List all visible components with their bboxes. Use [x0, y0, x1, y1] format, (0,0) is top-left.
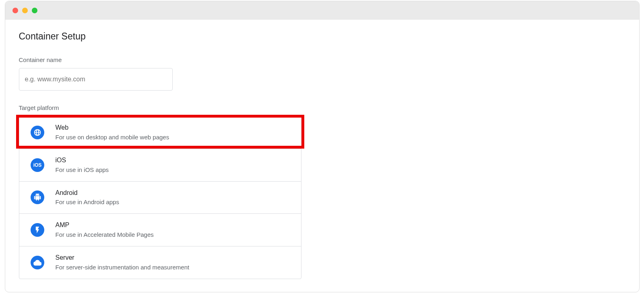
target-platform-label: Target platform	[19, 104, 625, 111]
platform-description: For use on desktop and mobile web pages	[56, 133, 169, 141]
bolt-icon	[31, 223, 44, 237]
window-titlebar	[5, 1, 639, 20]
platform-title: Android	[56, 189, 119, 197]
platform-title: AMP	[56, 221, 154, 230]
platform-description: For use in iOS apps	[56, 166, 109, 174]
platform-description: For use in Accelerated Mobile Pages	[56, 230, 154, 239]
platform-title: Web	[56, 124, 169, 132]
platform-title: Server	[56, 254, 190, 262]
page-title: Container Setup	[19, 31, 625, 42]
app-window: Container Setup Container name Target pl…	[5, 1, 640, 292]
platform-option-android[interactable]: Android For use in Android apps	[19, 182, 301, 214]
container-name-label: Container name	[19, 56, 625, 63]
platform-title: iOS	[56, 156, 109, 165]
content-area: Container Setup Container name Target pl…	[5, 20, 639, 290]
android-icon	[31, 190, 44, 204]
cloud-icon	[31, 256, 44, 269]
platform-list: Web For use on desktop and mobile web pa…	[19, 116, 301, 279]
svg-text:iOS: iOS	[33, 162, 41, 168]
platform-option-ios[interactable]: iOS iOS For use in iOS apps	[19, 149, 301, 182]
container-name-input[interactable]	[19, 68, 173, 91]
platform-option-server[interactable]: Server For server-side instrumentation a…	[19, 246, 301, 279]
platform-description: For use in Android apps	[56, 198, 119, 206]
ios-icon: iOS	[31, 158, 44, 172]
platform-option-web[interactable]: Web For use on desktop and mobile web pa…	[19, 116, 301, 149]
platform-description: For server-side instrumentation and meas…	[56, 263, 190, 271]
window-minimize-button[interactable]	[22, 8, 28, 13]
window-zoom-button[interactable]	[32, 8, 37, 13]
window-close-button[interactable]	[12, 8, 18, 13]
platform-option-amp[interactable]: AMP For use in Accelerated Mobile Pages	[19, 214, 301, 246]
globe-icon	[31, 126, 44, 139]
